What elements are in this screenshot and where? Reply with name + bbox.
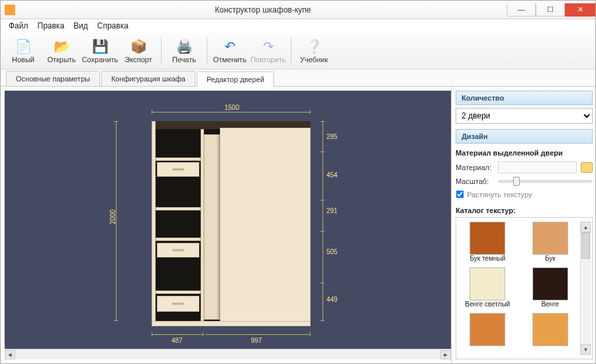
save-label: Сохранить — [82, 56, 119, 64]
slider-thumb[interactable] — [513, 177, 520, 186]
texture-catalog-head: Каталог текстур: — [456, 206, 593, 214]
shelf — [156, 238, 201, 241]
wardrobe[interactable] — [152, 121, 311, 326]
tab-door-editor[interactable]: Редактор дверей — [197, 71, 274, 87]
scroll-right-icon[interactable]: ► — [440, 350, 451, 359]
dim-cap — [321, 152, 324, 152]
new-button[interactable]: 📄Новый — [5, 34, 42, 68]
dim-line — [152, 112, 311, 113]
texture-preview — [470, 222, 505, 255]
drawer — [157, 162, 199, 177]
folder-open-icon: 📂 — [52, 38, 71, 54]
horizontal-scrollbar[interactable]: ◄ ► — [5, 349, 451, 359]
open-label: Открыть — [47, 56, 75, 64]
catalog-scrollbar[interactable]: ▲ ▼ — [580, 222, 591, 355]
dim-line — [152, 334, 203, 335]
stretch-row: Растянуть текстуру — [456, 190, 593, 199]
section-design: Дизайн — [456, 129, 593, 144]
texture-preview — [470, 313, 505, 346]
toolbar-separator — [207, 37, 207, 65]
texture-label: Венге — [541, 300, 559, 308]
menu-edit[interactable]: Правка — [34, 20, 69, 32]
texture-label: Бук — [545, 255, 556, 262]
texture-swatch[interactable] — [523, 313, 578, 346]
export-label: Экспорт — [124, 56, 152, 64]
undo-label: Отменить — [213, 56, 246, 64]
dim-cap — [114, 320, 118, 321]
scroll-thumb[interactable] — [581, 232, 590, 259]
shelf — [156, 291, 201, 294]
open-button[interactable]: 📂Открыть — [43, 34, 80, 68]
shelf — [156, 207, 201, 210]
dim-cap — [321, 231, 324, 232]
tab-basic-params[interactable]: Основные параметры — [6, 71, 100, 86]
dim-cap — [310, 332, 311, 336]
printer-icon: 🖨️ — [175, 38, 193, 54]
dim-r1: 285 — [326, 133, 338, 140]
canvas-wrap: 1500 2000 — [1, 87, 451, 363]
bottom-panel — [152, 321, 311, 326]
print-label: Печать — [172, 56, 196, 64]
dim-r4: 505 — [326, 248, 338, 255]
design-canvas[interactable]: 1500 2000 — [5, 91, 451, 349]
scale-label: Масштаб: — [456, 177, 494, 185]
door-count-select[interactable]: 2 двери — [456, 108, 593, 124]
selected-door-material-head: Материал выделенной двери — [456, 149, 593, 157]
drawer — [157, 296, 199, 312]
stretch-checkbox[interactable] — [456, 191, 464, 199]
close-button[interactable]: ✕ — [565, 3, 595, 17]
dim-line — [116, 121, 117, 321]
dim-bottom-right: 997 — [251, 337, 262, 344]
app-icon — [5, 5, 15, 15]
texture-preview — [532, 222, 568, 255]
dim-cap — [310, 110, 311, 114]
material-input[interactable] — [498, 161, 577, 173]
undo-icon: ↶ — [221, 38, 239, 54]
dim-total-height: 2000 — [109, 209, 117, 224]
side-panel: Количество 2 двери Дизайн Материал выдел… — [451, 87, 595, 363]
texture-swatch[interactable]: Бук темный — [460, 222, 515, 262]
menu-file[interactable]: Файл — [5, 20, 32, 32]
menu-view[interactable]: Вид — [70, 20, 92, 32]
texture-swatch[interactable]: Венге светлый — [460, 267, 515, 308]
menu-bar: Файл Правка Вид Справка — [1, 19, 595, 32]
shelf — [156, 158, 201, 161]
material-row: Материал: — [456, 161, 593, 173]
dim-r5: 449 — [326, 296, 338, 303]
sliding-door[interactable] — [220, 128, 311, 324]
dim-cap — [321, 283, 324, 283]
help-button[interactable]: ❔Учебник — [295, 34, 332, 68]
folder-icon[interactable] — [581, 162, 593, 173]
print-button[interactable]: 🖨️Печать — [166, 34, 203, 68]
scroll-left-icon[interactable]: ◄ — [5, 350, 15, 359]
main-area: 1500 2000 — [1, 87, 595, 363]
maximize-button[interactable]: ☐ — [536, 3, 565, 17]
section-quantity: Количество — [456, 91, 593, 105]
save-icon: 💾 — [91, 38, 109, 54]
save-button[interactable]: 💾Сохранить — [81, 34, 119, 68]
scroll-down-icon[interactable]: ▼ — [581, 344, 591, 355]
tab-cabinet-config[interactable]: Конфигурация шкафа — [101, 71, 195, 86]
dim-cap — [203, 332, 203, 336]
undo-button[interactable]: ↶Отменить — [211, 34, 248, 68]
dim-cap — [152, 110, 152, 114]
new-file-icon: 📄 — [14, 38, 32, 54]
dim-total-width: 1500 — [224, 104, 239, 111]
dim-cap — [114, 121, 118, 122]
texture-swatch[interactable]: Бук — [523, 222, 578, 262]
minimize-button[interactable]: — — [507, 3, 536, 17]
texture-label: Венге светлый — [465, 300, 510, 308]
dim-r3: 291 — [326, 207, 338, 214]
material-label: Материал: — [456, 163, 494, 171]
scale-row: Масштаб: — [456, 177, 593, 185]
texture-swatch[interactable]: Венге — [523, 267, 578, 308]
scale-slider[interactable] — [498, 180, 593, 183]
export-button[interactable]: 📦Экспорт — [120, 34, 157, 68]
toolbar: 📄Новый 📂Открыть 💾Сохранить 📦Экспорт 🖨️Пе… — [1, 32, 595, 69]
texture-preview — [532, 313, 568, 346]
menu-help[interactable]: Справка — [93, 20, 132, 32]
stretch-label: Растянуть текстуру — [467, 191, 532, 199]
redo-button[interactable]: ↷Повторить — [250, 34, 287, 68]
texture-swatch[interactable] — [460, 313, 515, 346]
scroll-up-icon[interactable]: ▲ — [581, 222, 591, 232]
